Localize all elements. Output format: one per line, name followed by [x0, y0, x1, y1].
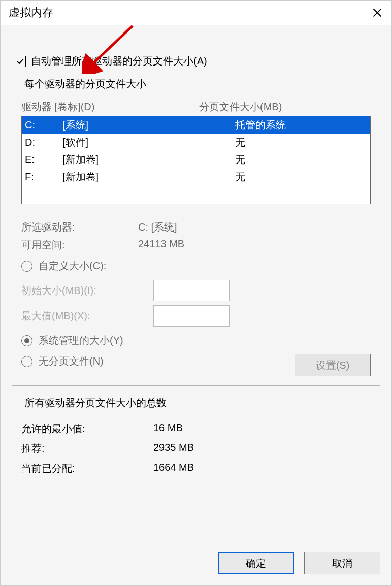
auto-manage-row[interactable]: 自动管理所有驱动器的分页文件大小(A) — [15, 54, 380, 68]
header-size: 分页文件大小(MB) — [199, 100, 282, 114]
no-paging-radio[interactable] — [21, 356, 32, 367]
drive-size: 无 — [235, 153, 367, 167]
drive-row[interactable]: C: [系统] 托管的系统 — [22, 116, 370, 134]
custom-size-radio-row[interactable]: 自定义大小(C): — [21, 259, 371, 273]
system-managed-radio[interactable] — [21, 335, 32, 346]
drive-row[interactable]: E: [新加卷] 无 — [22, 151, 370, 168]
drive-size: 无 — [235, 136, 367, 149]
auto-manage-checkbox[interactable] — [15, 56, 26, 67]
max-size-row: 最大值(MB)(X): — [21, 305, 371, 327]
dialog-body: 自动管理所有驱动器的分页文件大小(A) 每个驱动器的分页文件大小 驱动器 [卷标… — [1, 25, 391, 544]
cur-label: 当前已分配: — [21, 462, 153, 475]
drive-volume: [新加卷] — [62, 170, 235, 184]
virtual-memory-dialog: 虚拟内存 自动管理所有驱动器的分页文件大小(A) 每个驱动器的分页文件大小 驱动… — [0, 0, 392, 586]
free-space-value: 24113 MB — [138, 238, 184, 252]
drive-row[interactable]: D: [软件] 无 — [22, 134, 370, 151]
rec-row: 推荐: 2935 MB — [21, 442, 371, 455]
dialog-title: 虚拟内存 — [9, 5, 53, 20]
totals-legend: 所有驱动器分页文件大小的总数 — [21, 396, 170, 410]
drive-size: 无 — [235, 170, 367, 184]
checkmark-icon — [16, 57, 24, 66]
drive-letter: C: — [25, 119, 62, 131]
initial-size-label: 初始大小(MB)(I): — [21, 284, 153, 298]
selected-drive-label: 所选驱动器: — [21, 220, 138, 234]
drive-volume: [软件] — [62, 136, 235, 149]
drive-volume: [系统] — [62, 118, 235, 132]
rec-value: 2935 MB — [153, 442, 194, 455]
custom-size-radio[interactable] — [21, 261, 32, 272]
header-drive: 驱动器 [卷标](D) — [21, 100, 199, 114]
max-size-input[interactable] — [153, 305, 230, 327]
min-label: 允许的最小值: — [21, 422, 153, 436]
drive-letter: D: — [25, 137, 62, 148]
close-button[interactable] — [363, 1, 391, 25]
selected-drive-value: C: [系统] — [138, 220, 177, 234]
close-icon — [372, 8, 382, 18]
drive-list[interactable]: C: [系统] 托管的系统 D: [软件] 无 E: [新加卷] 无 F: [新… — [21, 116, 371, 204]
auto-manage-label: 自动管理所有驱动器的分页文件大小(A) — [31, 54, 207, 68]
cur-value: 1664 MB — [153, 462, 194, 475]
drive-row[interactable]: F: [新加卷] 无 — [22, 168, 370, 185]
cancel-button[interactable]: 取消 — [304, 552, 380, 574]
drive-volume: [新加卷] — [62, 153, 235, 167]
drive-list-headers: 驱动器 [卷标](D) 分页文件大小(MB) — [21, 100, 371, 114]
cur-row: 当前已分配: 1664 MB — [21, 462, 371, 475]
ok-button[interactable]: 确定 — [218, 552, 294, 574]
drives-legend: 每个驱动器的分页文件大小 — [21, 77, 149, 91]
rec-label: 推荐: — [21, 442, 153, 455]
titlebar: 虚拟内存 — [1, 1, 391, 25]
custom-size-label: 自定义大小(C): — [39, 259, 106, 273]
max-size-label: 最大值(MB)(X): — [21, 309, 153, 323]
totals-group: 所有驱动器分页文件大小的总数 允许的最小值: 16 MB 推荐: 2935 MB… — [12, 396, 380, 491]
no-paging-label: 无分页文件(N) — [39, 354, 104, 368]
selected-drive-row: 所选驱动器: C: [系统] — [21, 220, 371, 234]
initial-size-row: 初始大小(MB)(I): — [21, 280, 371, 301]
drive-letter: F: — [25, 171, 62, 183]
drives-group: 每个驱动器的分页文件大小 驱动器 [卷标](D) 分页文件大小(MB) C: [… — [12, 77, 380, 386]
drive-size: 托管的系统 — [235, 118, 367, 132]
button-bar: 确定 取消 — [1, 544, 391, 585]
free-space-row: 可用空间: 24113 MB — [21, 238, 371, 252]
drive-letter: E: — [25, 154, 62, 166]
list-spacer — [22, 185, 370, 204]
free-space-label: 可用空间: — [21, 238, 138, 252]
min-value: 16 MB — [153, 422, 183, 436]
system-managed-label: 系统管理的大小(Y) — [39, 334, 123, 347]
initial-size-input[interactable] — [153, 280, 230, 301]
min-row: 允许的最小值: 16 MB — [21, 422, 371, 436]
set-button[interactable]: 设置(S) — [295, 354, 371, 376]
system-managed-radio-row[interactable]: 系统管理的大小(Y) — [21, 334, 371, 347]
